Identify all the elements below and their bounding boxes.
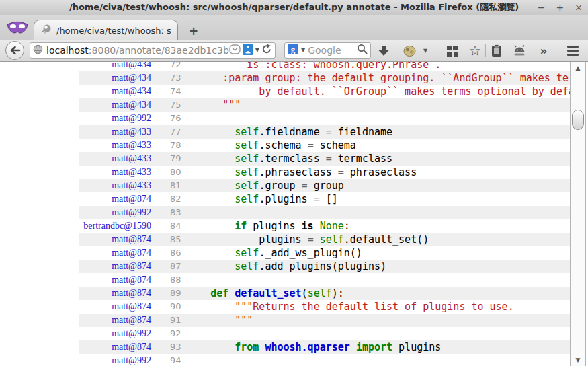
line-number[interactable]: 81 (161, 179, 183, 192)
code-line: self.add_plugins(plugins) (183, 260, 386, 273)
annotate-author-link[interactable]: matt@434 (79, 62, 161, 71)
annotate-author-link[interactable]: matt@433 (79, 125, 161, 139)
line-number[interactable]: 91 (161, 314, 183, 327)
annotate-author-link[interactable]: matt@874 (79, 300, 161, 314)
search-input[interactable]: Google (308, 45, 354, 56)
tiles-button[interactable] (444, 40, 461, 61)
identity-icon[interactable] (243, 44, 253, 58)
code-line: from whoosh.qparser import plugins (183, 340, 441, 354)
line-number[interactable]: 84 (161, 219, 183, 233)
bookmark-star-button[interactable]: ☆ (466, 40, 484, 61)
annotate-row: matt@87491 """ (79, 314, 570, 327)
downloads-icon (378, 45, 390, 57)
search-bar[interactable]: g ▼ Google (284, 42, 371, 59)
scroll-down-icon[interactable]: ▼ (571, 357, 585, 363)
scrollbar-thumb[interactable] (572, 110, 584, 130)
search-engine-dropdown-icon[interactable]: ▼ (301, 48, 305, 53)
annotate-author-link[interactable]: matt@874 (79, 233, 161, 246)
annotate-author-link[interactable]: matt@992 (79, 327, 161, 340)
line-number[interactable]: 93 (161, 340, 183, 354)
greasemonkey-icon (403, 45, 417, 57)
annotate-author-link[interactable]: bertrandbc@1590 (79, 219, 161, 233)
back-arrow-icon (9, 45, 21, 56)
annotate-row: matt@99294 (79, 354, 570, 366)
code-line: self.phraseclass = phraseclass (183, 166, 417, 179)
line-number[interactable]: 85 (161, 233, 183, 246)
android-button[interactable] (509, 40, 530, 61)
pocket-icon[interactable] (229, 44, 241, 57)
magnifier-icon[interactable] (357, 44, 368, 57)
menu-button[interactable] (562, 40, 583, 61)
annotate-author-link[interactable]: matt@992 (79, 206, 161, 219)
annotate-author-link[interactable]: matt@434 (79, 71, 161, 85)
line-number[interactable]: 83 (161, 206, 183, 219)
scroll-up-icon[interactable]: ▲ (571, 65, 585, 71)
line-number[interactable]: 77 (161, 125, 183, 139)
greasemonkey-button[interactable] (401, 40, 418, 61)
line-number[interactable]: 89 (161, 287, 183, 300)
annotate-row: matt@43473 :param group: the default gro… (79, 71, 570, 85)
overflow-chevron-icon[interactable]: » (535, 40, 552, 61)
annotate-row: matt@87487 self.add_plugins(plugins) (79, 260, 570, 273)
new-tab-button[interactable]: + (185, 24, 202, 38)
line-number[interactable]: 94 (161, 354, 183, 366)
annotate-author-link[interactable]: matt@874 (79, 246, 161, 260)
line-number[interactable]: 75 (161, 98, 183, 112)
reload-icon[interactable] (261, 44, 272, 57)
line-number[interactable]: 82 (161, 192, 183, 206)
code-line (183, 206, 186, 219)
line-number[interactable]: 80 (161, 166, 183, 179)
close-button[interactable]: × (575, 0, 583, 15)
code-line: plugins = self.default_set() (183, 233, 429, 246)
url-bar[interactable]: localhost:8080/annotate/83ae2db1c3bb/src… (30, 42, 276, 59)
identity-dropdown-icon[interactable]: ▼ (255, 48, 259, 53)
line-number[interactable]: 73 (161, 71, 183, 85)
annotate-author-link[interactable]: matt@874 (79, 287, 161, 300)
code-line: if plugins is None: (183, 219, 350, 233)
line-number[interactable]: 79 (161, 152, 183, 166)
annotate-row: matt@43378 self.schema = schema (79, 139, 570, 152)
line-number[interactable]: 76 (161, 112, 183, 125)
maximize-button[interactable]: + (556, 0, 564, 15)
annotate-author-link[interactable]: matt@874 (79, 314, 161, 327)
url-text[interactable]: localhost:8080/annotate/83ae2db1c3bb/src… (46, 45, 229, 56)
annotate-author-link[interactable]: matt@433 (79, 166, 161, 179)
line-number[interactable]: 74 (161, 85, 183, 98)
annotate-author-link[interactable]: matt@874 (79, 192, 161, 206)
annotate-row: matt@87493 from whoosh.qparser import pl… (79, 340, 570, 354)
tab-favicon-icon (41, 24, 52, 37)
svg-text:g: g (291, 44, 296, 54)
line-number[interactable]: 88 (161, 273, 183, 287)
globe-icon (33, 44, 43, 57)
back-button[interactable] (5, 41, 24, 60)
annotate-author-link[interactable]: matt@874 (79, 260, 161, 273)
greasemonkey-dropdown-icon[interactable]: ▼ (421, 40, 430, 61)
title-bar: /home/civa/test/whoosh: src/whoosh/qpars… (0, 0, 588, 15)
annotate-author-link[interactable]: matt@992 (79, 354, 161, 366)
downloads-button[interactable] (375, 40, 392, 61)
annotate-author-link[interactable]: matt@874 (79, 273, 161, 287)
annotate-author-link[interactable]: matt@992 (79, 112, 161, 125)
line-number[interactable]: 92 (161, 327, 183, 340)
window-title: /home/civa/test/whoosh: src/whoosh/qpars… (69, 1, 519, 13)
annotate-author-link[interactable]: matt@433 (79, 139, 161, 152)
code-line: :param group: the default grouping. ``An… (183, 71, 570, 85)
line-number[interactable]: 86 (161, 246, 183, 260)
annotate-author-link[interactable]: matt@434 (79, 98, 161, 112)
annotate-author-link[interactable]: matt@433 (79, 179, 161, 192)
line-number[interactable]: 78 (161, 139, 183, 152)
annotate-author-link[interactable]: matt@434 (79, 85, 161, 98)
annotate-row: matt@99276 (79, 112, 570, 125)
code-line: self.plugins = [] (183, 192, 338, 206)
minimize-button[interactable]: − (538, 0, 546, 15)
line-number[interactable]: 87 (161, 260, 183, 273)
line-number[interactable]: 90 (161, 300, 183, 314)
line-number[interactable]: 72 (161, 62, 183, 71)
google-icon: g (288, 44, 298, 57)
vertical-scrollbar[interactable]: ▲ ▼ (570, 62, 586, 366)
clipboard-button[interactable] (488, 40, 505, 61)
tab-active[interactable]: /home/civa/test/whoosh: s... (34, 20, 178, 40)
annotate-author-link[interactable]: matt@874 (79, 340, 161, 354)
annotate-author-link[interactable]: matt@433 (79, 152, 161, 166)
code-line (183, 327, 186, 340)
